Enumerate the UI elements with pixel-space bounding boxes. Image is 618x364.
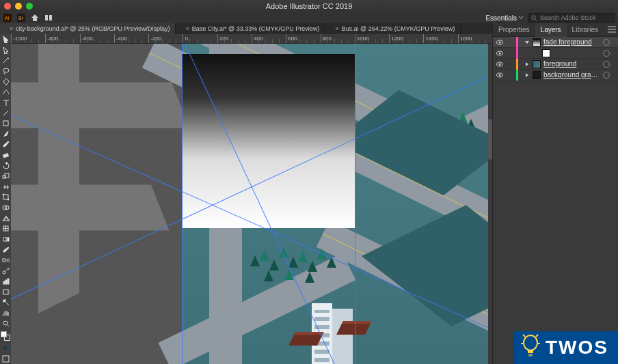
panel-menu-icon[interactable] [604, 26, 618, 34]
workspace-switcher[interactable]: Essentials [485, 14, 524, 22]
free-transform-tool[interactable] [0, 192, 11, 202]
tab-close-icon[interactable]: × [10, 25, 13, 32]
layer-row[interactable]: foreground [493, 59, 618, 70]
ruler-tick: 600 [286, 34, 297, 44]
zoom-tool[interactable] [0, 318, 11, 328]
layer-target-icon[interactable] [603, 39, 610, 46]
home-icon[interactable] [30, 13, 40, 23]
bus-shelter [336, 324, 371, 335]
magic-wand-tool[interactable] [0, 55, 11, 66]
layer-visibility-toggle[interactable] [496, 49, 504, 57]
tab-close-icon[interactable]: × [335, 25, 338, 32]
layer-name[interactable]: background gradient [543, 71, 600, 79]
line-segment-tool[interactable] [0, 108, 11, 118]
search-placeholder: Search Adobe Stock [540, 14, 596, 21]
hamburger-icon [608, 26, 616, 33]
lasso-tool[interactable] [0, 66, 11, 76]
pen-tool[interactable] [0, 76, 11, 87]
perspective-grid-tool[interactable] [0, 213, 11, 223]
eraser-tool[interactable] [0, 150, 11, 160]
layer-visibility-toggle[interactable] [496, 38, 504, 46]
search-adobe-stock-input[interactable]: Search Adobe Stock [528, 13, 615, 23]
ruler-tick: 0 [183, 34, 187, 44]
blend-tool[interactable] [0, 255, 11, 265]
layer-color-strip [516, 70, 518, 81]
document-tab[interactable]: × Bus.ai @ 264.22% (CMYK/GPU Preview) [325, 23, 461, 34]
color-mode[interactable] [0, 343, 11, 353]
panel-tab-libraries[interactable]: Libraries [567, 23, 604, 37]
screen-mode[interactable] [0, 354, 11, 364]
layer-target-icon[interactable] [603, 50, 610, 57]
horizontal-ruler[interactable]: -1000-800-600-400-2000200400600800100012… [11, 34, 492, 44]
layer-name[interactable]: foreground [543, 60, 600, 68]
layer-target-icon[interactable] [603, 61, 610, 68]
bus-shelter [288, 335, 323, 346]
scale-tool[interactable] [0, 171, 11, 181]
width-tool[interactable] [0, 181, 11, 191]
hand-tool[interactable] [0, 307, 11, 318]
svg-point-30 [499, 41, 501, 43]
ruler-tick: 800 [321, 34, 332, 44]
watermark-text: TWOS [546, 337, 608, 359]
arrange-documents-icon[interactable] [44, 13, 53, 23]
layer-visibility-toggle[interactable] [496, 71, 504, 79]
tab-close-icon[interactable]: × [185, 25, 189, 32]
layer-target-icon[interactable] [603, 72, 610, 79]
svg-point-8 [3, 68, 9, 72]
layer-thumbnail [533, 38, 541, 46]
layer-row[interactable]: background gradient [493, 70, 618, 81]
rectangle-tool[interactable] [0, 118, 11, 128]
layer-name[interactable]: fade foreground [543, 38, 600, 46]
svg-rect-25 [8, 279, 9, 284]
watermark-badge: TWOS [514, 331, 618, 364]
pencil-tool[interactable] [0, 139, 11, 150]
layer-disclosure-triangle[interactable] [533, 50, 539, 56]
bridge-icon[interactable]: Br [16, 13, 26, 23]
svg-rect-10 [3, 154, 8, 158]
document-canvas[interactable] [11, 44, 492, 364]
layer-row[interactable]: fade foreground [493, 37, 618, 48]
svg-text:Ai: Ai [5, 16, 10, 20]
layer-disclosure-triangle[interactable] [524, 39, 530, 45]
document-tab-label: Base City.ai* @ 33.33% (CMYK/GPU Preview… [192, 25, 320, 32]
layer-disclosure-triangle[interactable] [524, 61, 530, 67]
eyedropper-tool[interactable] [0, 244, 11, 255]
fill-stroke-swatches[interactable] [0, 328, 11, 343]
vertical-guide[interactable] [182, 44, 183, 364]
layer-disclosure-triangle[interactable] [524, 72, 530, 78]
svg-point-27 [3, 321, 8, 325]
svg-rect-24 [5, 280, 7, 284]
svg-rect-5 [49, 15, 52, 20]
layer-color-strip [516, 59, 518, 70]
layer-row[interactable] [493, 48, 618, 59]
layers-panel: fade foregroundforegroundbackground grad… [493, 37, 618, 81]
svg-point-21 [7, 259, 10, 262]
symbol-sprayer-tool[interactable] [0, 266, 11, 276]
slice-tool[interactable] [0, 297, 11, 307]
curvature-tool[interactable] [0, 87, 11, 97]
document-tab[interactable]: × Base City.ai* @ 33.33% (CMYK/GPU Previ… [176, 23, 325, 34]
document-tab[interactable]: × city-background.ai* @ 25% (RGB/GPU Pre… [0, 23, 176, 34]
vertical-guide[interactable] [355, 44, 355, 364]
panel-tab-properties[interactable]: Properties [493, 23, 535, 37]
rotate-tool[interactable] [0, 160, 11, 171]
layer-thumbnail [533, 71, 541, 79]
gradient-tool[interactable] [0, 234, 11, 244]
svg-rect-19 [3, 238, 9, 241]
shape-builder-tool[interactable] [0, 202, 11, 212]
svg-rect-26 [3, 290, 8, 294]
svg-rect-4 [45, 15, 48, 20]
mesh-tool[interactable] [0, 223, 11, 234]
direct-selection-tool[interactable] [0, 44, 11, 55]
selection-tool[interactable] [0, 34, 11, 44]
layer-visibility-toggle[interactable] [496, 60, 504, 68]
svg-point-15 [8, 199, 9, 200]
column-graph-tool[interactable] [0, 276, 11, 286]
artboard-tool[interactable] [0, 286, 11, 296]
panel-tab-layers[interactable]: Layers [535, 23, 567, 37]
type-tool[interactable] [0, 97, 11, 107]
lightbulb-icon [521, 334, 540, 361]
layer-thumbnail [533, 60, 541, 68]
paintbrush-tool[interactable] [0, 129, 11, 139]
ruler-tick: 200 [217, 34, 228, 44]
